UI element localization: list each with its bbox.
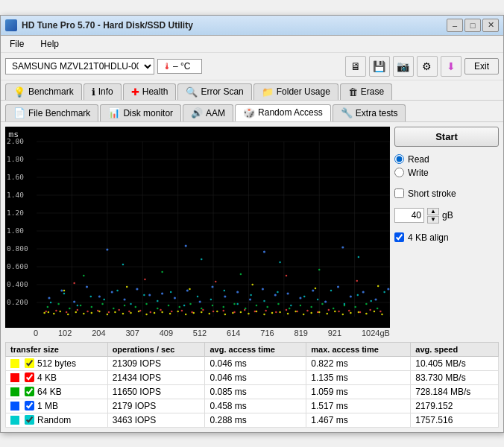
svg-point-200 — [224, 289, 226, 291]
svg-text:1.80: 1.80 — [7, 155, 24, 163]
close-button[interactable]: ✕ — [482, 19, 499, 32]
tab-random-access[interactable]: 🎲 Random Access — [235, 104, 331, 121]
row-checkbox-3[interactable] — [25, 401, 34, 410]
col-header-avg-access: avg. access time — [205, 342, 306, 356]
row-checkbox-2[interactable] — [25, 387, 34, 396]
align-checkbox[interactable] — [394, 232, 404, 242]
svg-point-143 — [300, 304, 302, 305]
svg-point-83 — [55, 309, 57, 311]
svg-point-117 — [215, 280, 217, 282]
minimize-button[interactable]: – — [447, 19, 463, 32]
menu-file[interactable]: File — [5, 37, 28, 51]
svg-point-54 — [216, 310, 218, 311]
tab-erase[interactable]: 🗑 Erase — [340, 83, 392, 100]
svg-point-144 — [310, 305, 312, 307]
svg-point-98 — [212, 310, 215, 311]
avg-access-cell: 0.085 ms — [205, 384, 306, 399]
row-checkbox-1[interactable] — [25, 372, 34, 382]
svg-point-214 — [201, 258, 203, 259]
svg-point-52 — [201, 311, 203, 312]
read-radio[interactable] — [394, 154, 404, 164]
svg-point-107 — [306, 309, 309, 311]
svg-point-184 — [185, 244, 187, 247]
info-icon: ℹ — [92, 86, 95, 98]
start-button[interactable]: Start — [394, 127, 499, 147]
svg-point-88 — [108, 311, 110, 312]
stroke-input[interactable] — [394, 208, 424, 223]
svg-text:1.40: 1.40 — [7, 191, 24, 199]
exit-button[interactable]: Exit — [464, 58, 499, 74]
svg-point-119 — [356, 279, 359, 281]
drive-select[interactable]: SAMSUNG MZVL21T0HDLU-00BT7 (102 — [5, 58, 154, 74]
svg-point-73 — [365, 312, 368, 314]
short-stroke-label[interactable]: Short stroke — [394, 188, 499, 199]
tab-extra-tests[interactable]: 🔧 Extra tests — [333, 104, 406, 121]
svg-point-90 — [128, 310, 130, 311]
read-radio-label[interactable]: Read — [394, 154, 499, 165]
svg-point-202 — [250, 294, 252, 295]
row-checkbox-4[interactable] — [25, 415, 34, 425]
svg-point-81 — [377, 285, 379, 286]
tab-health[interactable]: ✚ Health — [123, 83, 177, 100]
tab-error-scan[interactable]: 🔍 Error Scan — [177, 83, 251, 100]
svg-point-32 — [48, 311, 50, 312]
svg-point-36 — [75, 311, 78, 312]
svg-point-199 — [210, 298, 212, 299]
svg-point-153 — [240, 273, 242, 274]
svg-point-203 — [263, 299, 265, 301]
write-radio-label[interactable]: Write — [394, 168, 499, 178]
tab-file-benchmark[interactable]: 📄 File Benchmark — [5, 104, 98, 121]
ops-cell: 21309 IOPS — [107, 356, 205, 370]
svg-point-165 — [174, 297, 176, 299]
svg-point-62 — [279, 311, 281, 312]
align-label[interactable]: 4 KB align — [394, 232, 499, 243]
tab-folder-usage[interactable]: 📁 Folder Usage — [253, 83, 338, 100]
svg-point-196 — [170, 291, 172, 292]
svg-point-33 — [53, 312, 55, 314]
svg-text:0.800: 0.800 — [7, 244, 28, 253]
toolbar-btn-1[interactable]: 🖥 — [345, 56, 366, 77]
svg-point-63 — [287, 312, 289, 314]
spin-up[interactable]: ▲ — [427, 208, 439, 215]
svg-point-84 — [66, 311, 68, 312]
svg-point-207 — [317, 298, 319, 299]
svg-point-80 — [315, 287, 317, 288]
svg-point-208 — [330, 289, 333, 291]
svg-point-173 — [274, 294, 277, 296]
svg-point-111 — [348, 309, 350, 311]
toolbar-btn-3[interactable]: 📷 — [393, 56, 414, 77]
svg-point-127 — [124, 304, 126, 305]
short-stroke-checkbox[interactable] — [394, 188, 404, 198]
svg-text:1.00: 1.00 — [7, 226, 24, 235]
svg-point-149 — [365, 302, 368, 304]
tab-benchmark[interactable]: 💡 Benchmark — [5, 83, 82, 100]
folder-icon: 📁 — [262, 86, 274, 98]
write-radio[interactable] — [394, 168, 404, 177]
max-access-cell: 1.135 ms — [306, 370, 411, 384]
svg-text:1.60: 1.60 — [7, 173, 24, 181]
row-label-text: 512 bytes — [37, 358, 76, 369]
toolbar-btn-4[interactable]: ⚙ — [417, 56, 438, 77]
svg-point-46 — [154, 311, 156, 313]
col-header-avg-speed: avg. speed — [411, 342, 499, 356]
tab-aam[interactable]: 🔊 AAM — [183, 104, 233, 121]
maximize-button[interactable]: □ — [464, 19, 481, 32]
svg-point-212 — [383, 291, 385, 292]
svg-point-126 — [113, 307, 115, 308]
svg-point-166 — [186, 289, 189, 291]
row-checkbox-0[interactable] — [25, 358, 34, 368]
svg-point-133 — [189, 302, 192, 304]
tab-disk-monitor[interactable]: 📊 Disk monitor — [100, 104, 181, 121]
toolbar-btn-2[interactable]: 💾 — [369, 56, 390, 77]
svg-point-116 — [144, 278, 146, 279]
spin-down[interactable]: ▼ — [427, 216, 439, 224]
benchmark-icon: 💡 — [13, 86, 25, 98]
svg-point-35 — [67, 313, 69, 314]
svg-point-151 — [83, 274, 85, 276]
tab-info[interactable]: ℹ Info — [84, 83, 122, 100]
menu-help[interactable]: Help — [36, 37, 63, 51]
toolbar-btn-5[interactable]: ⬇ — [441, 56, 462, 77]
stroke-row: ▲ ▼ gB — [394, 208, 499, 224]
svg-point-163 — [148, 294, 151, 296]
svg-point-142 — [289, 307, 291, 308]
